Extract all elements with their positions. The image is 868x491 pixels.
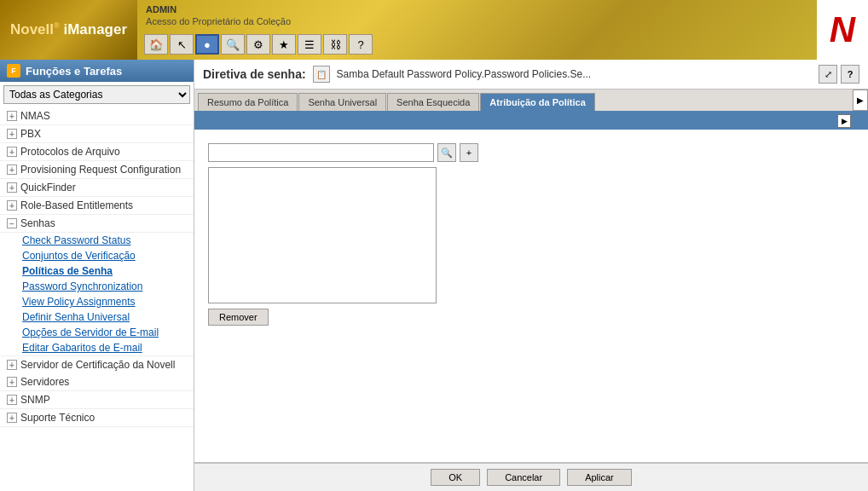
sidebar-item-quickfinder-label: QuickFinder	[20, 182, 76, 194]
sidebar-item-provisioning[interactable]: + Provisioning Request Configuration	[0, 161, 194, 179]
link-opcoes-email-label: Opções de Servidor de E-mail	[22, 326, 159, 338]
sidebar-item-snmp-label: SNMP	[20, 394, 50, 406]
content-area: 🔍 + Remover	[194, 130, 868, 462]
sidebar-item-senhas-label: Senhas	[20, 217, 55, 229]
expand-plus-icon: +	[7, 182, 17, 193]
link-view-policy-label: View Policy Assignments	[22, 296, 136, 308]
sidebar-item-pbx[interactable]: + PBX	[0, 125, 194, 143]
sidebar-item-provisioning-label: Provisioning Request Configuration	[20, 164, 181, 176]
link-politicas-label: Políticas de Senha	[22, 265, 113, 277]
expand-plus-icon: +	[7, 360, 17, 370]
toolbar-help[interactable]: ?	[349, 34, 373, 55]
tab-arrow-right[interactable]: ▶	[853, 90, 868, 111]
link-check-password-label: Check Password Status	[22, 234, 130, 246]
sidebar-item-servidor-cert[interactable]: + Servidor de Certificação da Novell	[0, 355, 194, 373]
main-layout: F Funções e Tarefas Todas as Categorias …	[0, 60, 868, 491]
sidebar-link-opcoes-email[interactable]: Opções de Servidor de E-mail	[0, 325, 194, 340]
novell-logo-area: N	[817, 0, 868, 60]
toolbar: 🏠 ↖ ● 🔍 ⚙ ★ ☰ ⛓ ?	[137, 31, 817, 58]
expand-plus-icon: +	[7, 111, 17, 121]
sidebar-link-password-sync[interactable]: Password Synchronization	[0, 279, 194, 294]
page-title: Diretiva de senha: 📋 Samba Default Passw…	[203, 66, 591, 83]
expand-minus-icon: −	[7, 218, 17, 228]
sidebar-item-nmas[interactable]: + NMAS	[0, 107, 194, 125]
sidebar-item-servidores-label: Servidores	[20, 376, 69, 388]
sidebar-item-suporte[interactable]: + Suporte Técnico	[0, 409, 194, 427]
content-inner: 🔍 + Remover	[208, 143, 854, 326]
tab-esquecida[interactable]: Senha Esquecida	[387, 93, 479, 111]
sidebar-item-rolebased[interactable]: + Role-Based Entitlements	[0, 197, 194, 215]
sidebar-item-servidores[interactable]: + Servidores	[0, 373, 194, 391]
remove-btn-row: Remover	[208, 309, 854, 326]
category-dropdown[interactable]: Todas as Categorias	[3, 85, 190, 104]
expand-plus-icon: +	[7, 147, 17, 157]
page-header-actions: ⤢ ?	[819, 65, 859, 84]
tab-universal[interactable]: Senha Universal	[298, 93, 386, 111]
input-row: 🔍 +	[208, 143, 854, 162]
admin-row: ADMIN	[137, 0, 817, 15]
sidebar-scroll-area: + NMAS + PBX + Protocolos de Arquivo + P…	[0, 107, 194, 491]
expand-plus-icon: +	[7, 200, 17, 211]
toolbar-list[interactable]: ☰	[298, 34, 321, 55]
novell-text: Novell	[10, 21, 54, 38]
sidebar-item-suporte-label: Suporte Técnico	[20, 412, 95, 424]
ok-button[interactable]: OK	[431, 469, 480, 486]
sidebar-link-view-policy[interactable]: View Policy Assignments	[0, 294, 194, 309]
footer: OK Cancelar Aplicar	[194, 464, 868, 491]
link-definir-senha-label: Definir Senha Universal	[22, 311, 130, 323]
tab-resumo[interactable]: Resumo da Política	[198, 93, 298, 111]
toolbar-star[interactable]: ★	[272, 34, 296, 55]
user-label: Acesso do Proprietário da Coleção	[146, 16, 291, 26]
add-button[interactable]: +	[460, 143, 478, 162]
sidebar-item-rolebased-label: Role-Based Entitlements	[20, 199, 133, 211]
sidebar-item-protocolos[interactable]: + Protocolos de Arquivo	[0, 143, 194, 161]
expand-plus-icon: +	[7, 129, 17, 139]
expand-plus-icon: +	[7, 413, 17, 423]
search-input[interactable]	[208, 143, 434, 162]
toolbar-search[interactable]: 🔍	[221, 34, 245, 55]
tab-scroll-right[interactable]: ▶	[837, 114, 851, 128]
user-row: Acesso do Proprietário da Coleção	[137, 15, 817, 31]
sidebar: F Funções e Tarefas Todas as Categorias …	[0, 60, 194, 491]
tabs-container: Resumo da Política Senha Universal Senha…	[194, 90, 868, 113]
sidebar-item-quickfinder[interactable]: + QuickFinder	[0, 179, 194, 197]
cancel-button[interactable]: Cancelar	[487, 469, 560, 486]
sidebar-item-snmp[interactable]: + SNMP	[0, 391, 194, 409]
remove-button[interactable]: Remover	[208, 309, 269, 326]
sidebar-item-nmas-label: NMAS	[20, 110, 50, 122]
policy-icon: 📋	[313, 66, 330, 83]
toolbar-cursor[interactable]: ↖	[170, 34, 194, 55]
sidebar-link-politicas[interactable]: Políticas de Senha	[0, 263, 194, 279]
expand-icon-btn[interactable]: ⤢	[819, 65, 837, 84]
sidebar-link-conjuntos[interactable]: Conjuntos de Verificação	[0, 248, 194, 263]
imanager-text: iManager	[63, 21, 127, 38]
expand-plus-icon: +	[7, 165, 17, 175]
expand-plus-icon: +	[7, 395, 17, 405]
browse-button[interactable]: 🔍	[437, 143, 456, 162]
header: Novell® iManager ADMIN Acesso do Proprie…	[0, 0, 868, 60]
header-logo-area: Novell® iManager	[0, 0, 137, 60]
logo-text: Novell® iManager	[10, 21, 127, 38]
toolbar-home[interactable]: 🏠	[144, 34, 168, 55]
help-icon-btn[interactable]: ?	[841, 65, 859, 84]
page-header: Diretiva de senha: 📋 Samba Default Passw…	[194, 60, 868, 90]
apply-button[interactable]: Aplicar	[567, 469, 632, 486]
page-title-value: Samba Default Password Policy.Password P…	[337, 68, 592, 80]
toolbar-link[interactable]: ⛓	[323, 34, 347, 55]
header-center: ADMIN Acesso do Proprietário da Coleção …	[137, 0, 817, 60]
novell-n-icon: N	[830, 9, 855, 50]
tab-atribuicao[interactable]: Atribuição da Política	[480, 93, 594, 111]
sidebar-item-senhas[interactable]: − Senhas	[0, 215, 194, 233]
sidebar-link-definir-senha[interactable]: Definir Senha Universal	[0, 309, 194, 325]
expand-plus-icon: +	[7, 377, 17, 387]
sidebar-item-pbx-label: PBX	[20, 128, 41, 140]
link-editar-gabaritos-label: Editar Gabaritos de E-mail	[22, 342, 142, 354]
toolbar-settings[interactable]: ⚙	[246, 34, 270, 55]
sidebar-category-select[interactable]: Todas as Categorias	[3, 85, 190, 104]
sidebar-header-icon: F	[7, 64, 20, 78]
toolbar-active[interactable]: ●	[195, 34, 219, 55]
list-box[interactable]	[208, 167, 437, 303]
sidebar-link-check-password[interactable]: Check Password Status	[0, 233, 194, 248]
sidebar-link-editar-gabaritos[interactable]: Editar Gabaritos de E-mail	[0, 340, 194, 355]
sidebar-header-label: Funções e Tarefas	[26, 65, 122, 78]
